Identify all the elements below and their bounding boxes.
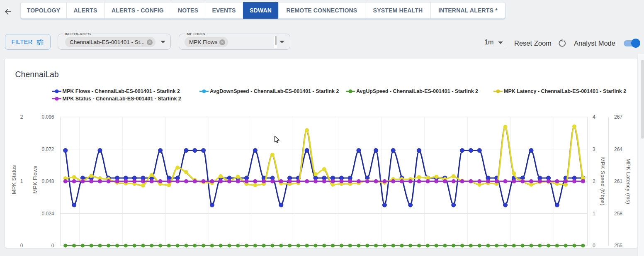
svg-text:267: 267 <box>614 114 622 120</box>
svg-text:2: 2 <box>593 178 595 184</box>
svg-text:0.072: 0.072 <box>41 146 54 152</box>
svg-text:3: 3 <box>593 146 595 152</box>
svg-text:4: 4 <box>593 114 595 120</box>
svg-text:261: 261 <box>614 178 622 184</box>
svg-text:MPK Flows: MPK Flows <box>32 166 38 194</box>
svg-text:MPK Speed (Mbps): MPK Speed (Mbps) <box>600 157 606 206</box>
svg-text:2: 2 <box>20 114 23 120</box>
svg-text:0.048: 0.048 <box>41 178 54 184</box>
svg-text:0: 0 <box>593 243 595 248</box>
svg-text:0.024: 0.024 <box>41 211 54 217</box>
svg-text:MPK Latency (ms): MPK Latency (ms) <box>625 158 632 204</box>
svg-text:264: 264 <box>614 146 622 152</box>
svg-text:0.096: 0.096 <box>41 114 54 120</box>
svg-text:MPK Status: MPK Status <box>11 165 17 194</box>
svg-text:0: 0 <box>20 243 23 248</box>
svg-text:255: 255 <box>614 243 622 248</box>
svg-text:258: 258 <box>614 211 622 217</box>
svg-text:1: 1 <box>20 178 23 184</box>
svg-text:0: 0 <box>51 243 54 248</box>
svg-text:1: 1 <box>593 211 595 217</box>
